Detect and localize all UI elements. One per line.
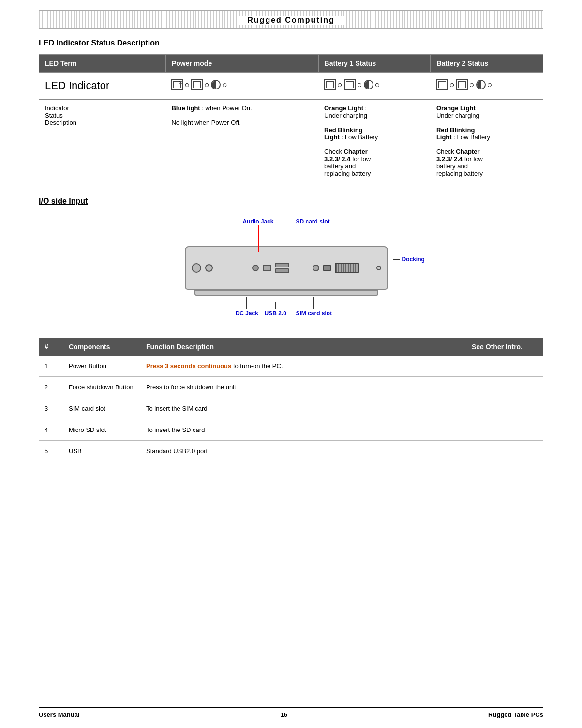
row3-desc: To insert the SIM card	[140, 398, 466, 419]
table-row: 4 Micro SD slot To insert the SD card	[39, 419, 543, 441]
table-row-icons: LED Indicator ⬡ ○ ○	[39, 73, 543, 100]
row2-see	[466, 377, 543, 398]
row1-component: Power Button	[63, 356, 140, 377]
press-3sec-link[interactable]: Press 3 seconds continuous	[146, 362, 231, 370]
page-number: 16	[281, 711, 287, 718]
indicator-status-label: IndicatorStatusDescription	[39, 99, 166, 182]
bat1-status-desc: Orange Light : Under charging Red Blinki…	[318, 99, 431, 182]
sd-card-slot-label: SD card slot	[296, 217, 330, 252]
usb-label: USB 2.0	[265, 302, 286, 317]
power-mode-desc: Blue light : when Power On. No light whe…	[165, 99, 318, 182]
sim-card-slot-label: SIM card slot	[296, 297, 332, 317]
led-bat1-icons: ○ ○ ○	[318, 73, 431, 100]
row1-see	[466, 356, 543, 377]
footer-left: Users Manual	[39, 711, 80, 718]
table-row: 5 USB Standard USB2.0 port	[39, 441, 543, 462]
col-led-term: LED Term	[39, 55, 166, 73]
table-row-desc: IndicatorStatusDescription Blue light : …	[39, 99, 543, 182]
col-num: #	[39, 338, 63, 356]
row5-component: USB	[63, 441, 140, 462]
io-section: I/O side Input	[39, 197, 543, 324]
row5-num: 5	[39, 441, 63, 462]
col-bat2: Battery 2 Status	[431, 55, 543, 73]
row5-see	[466, 441, 543, 462]
led-section-title: LED Indicator Status Description	[39, 39, 543, 47]
bat2-status-desc: Orange Light : Under charging Red Blinki…	[431, 99, 543, 182]
docking-label: Docking	[393, 256, 425, 263]
dc-jack-label: DC Jack	[236, 297, 258, 317]
audio-jack-label: Audio Jack	[243, 217, 274, 252]
row3-component: SIM card slot	[63, 398, 140, 419]
table-row: 1 Power Button Press 3 seconds continuou…	[39, 356, 543, 377]
device-diagram: Audio Jack SD card slot DC Jack USB 2.0	[156, 212, 427, 324]
led-bat2-icons: ○ ○ ○	[431, 73, 543, 100]
device-body	[185, 246, 388, 290]
row3-see	[466, 398, 543, 419]
led-table: LED Term Power mode Battery 1 Status Bat…	[39, 54, 543, 182]
row1-desc: Press 3 seconds continuous to turn-on th…	[140, 356, 466, 377]
row1-desc-rest: to turn-on the PC.	[233, 362, 283, 370]
table-row: 3 SIM card slot To insert the SIM card	[39, 398, 543, 419]
col-func-desc: Function Description	[140, 338, 466, 356]
col-components: Components	[63, 338, 140, 356]
col-power-mode: Power mode	[165, 55, 318, 73]
row2-num: 2	[39, 377, 63, 398]
row4-component: Micro SD slot	[63, 419, 140, 441]
row4-see	[466, 419, 543, 441]
device-bottom	[194, 290, 378, 296]
header-title: Rugged Computing	[238, 16, 344, 25]
page-header: Rugged Computing	[39, 10, 543, 29]
footer-right: Rugged Table PCs	[488, 711, 543, 718]
io-section-title: I/O side Input	[39, 197, 543, 206]
row2-component: Force shutdown Button	[63, 377, 140, 398]
row4-num: 4	[39, 419, 63, 441]
row2-desc: Press to force shutdown the unit	[140, 377, 466, 398]
led-indicator-label: LED Indicator	[39, 73, 166, 100]
row5-desc: Standard USB2.0 port	[140, 441, 466, 462]
led-power-icons: ⬡ ○ ○ ○	[165, 73, 318, 100]
table-row: 2 Force shutdown Button Press to force s…	[39, 377, 543, 398]
col-see-intro: See Other Intro.	[466, 338, 543, 356]
row1-num: 1	[39, 356, 63, 377]
components-table: # Components Function Description See Ot…	[39, 338, 543, 461]
page-footer: Users Manual 16 Rugged Table PCs	[39, 707, 543, 718]
row3-num: 3	[39, 398, 63, 419]
row4-desc: To insert the SD card	[140, 419, 466, 441]
col-bat1: Battery 1 Status	[318, 55, 431, 73]
